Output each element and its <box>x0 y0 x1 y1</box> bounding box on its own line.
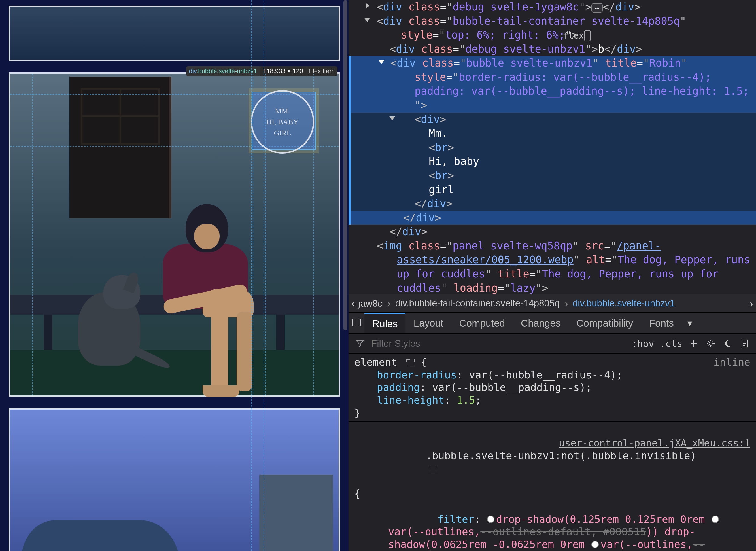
plus-icon[interactable] <box>688 338 699 349</box>
tab-changes[interactable]: Changes <box>513 314 568 333</box>
breadcrumb-mid[interactable]: div.bubble-tail-container.svelte-14p805q <box>395 298 560 309</box>
prop-name[interactable]: padding <box>377 382 420 393</box>
selected-dom-node[interactable]: <div class="bubble svelte-unbzv1" title=… <box>348 56 756 112</box>
page-preview[interactable]: div.bubble.svelte-unbzv1 118.933 × 120 F… <box>0 0 348 551</box>
svg-line-12 <box>713 341 714 342</box>
bushes <box>21 520 180 551</box>
svg-line-10 <box>713 346 714 346</box>
scrollbar[interactable] <box>343 0 347 331</box>
prop-name[interactable]: border-radius <box>377 369 457 381</box>
breadcrumb[interactable]: ‹ ȷaw8c › div.bubble-tail-container.svel… <box>348 294 756 312</box>
chevron-right-icon: › <box>563 297 570 310</box>
breadcrumb-active[interactable]: div.bubble.svelte-unbzv1 <box>573 298 675 309</box>
bubble-line-3: GIRL <box>274 129 291 137</box>
devtools: <div class="debug svelte-1ygaw8c">⋯</div… <box>348 0 756 551</box>
svg-line-9 <box>708 341 709 342</box>
prop-name[interactable]: filter <box>437 513 474 525</box>
tab-rules[interactable]: Rules <box>364 313 406 333</box>
flex-badge-icon[interactable] <box>406 360 415 366</box>
color-swatch[interactable] <box>712 516 719 523</box>
tabs-overflow-icon[interactable]: ▾ <box>682 318 698 329</box>
flex-badge-icon[interactable] <box>429 466 437 473</box>
tab-compatibility[interactable]: Compatibility <box>568 314 641 333</box>
breadcrumb-truncated[interactable]: ȷaw8c <box>358 298 382 309</box>
filter-styles-input[interactable] <box>371 338 456 349</box>
color-swatch[interactable] <box>591 541 599 548</box>
tab-fonts[interactable]: Fonts <box>641 314 682 333</box>
comic-panel-3 <box>8 408 340 551</box>
dog-pepper <box>58 275 157 383</box>
tab-layout[interactable]: Layout <box>406 314 451 333</box>
breadcrumb-scroll-right[interactable]: › <box>749 297 753 310</box>
rule-element[interactable]: inline element { border-radius: var(--bu… <box>348 354 756 422</box>
tooltip-classes: .bubble.svelte-unbzv1 <box>196 67 257 74</box>
dom-tree[interactable]: <div class="debug svelte-1ygaw8c">⋯</div… <box>348 0 756 294</box>
filter-row: :hov .cls <box>348 334 756 354</box>
toggle-sidebar-icon[interactable] <box>348 318 364 329</box>
rule-source-link[interactable]: user-control-panel.jXA_xMeu.css:1 <box>582 437 750 449</box>
bubble-line-2: HI, BABY <box>267 118 299 126</box>
speech-bubble: MM. HI, BABY GIRL <box>251 90 314 154</box>
prop-value[interactable]: 1.5 <box>457 394 475 406</box>
light-mode-icon[interactable] <box>705 338 716 349</box>
dom-text-hi: Hi, baby <box>429 155 479 167</box>
print-media-icon[interactable] <box>739 338 750 349</box>
prop-name[interactable]: line-height <box>377 394 444 406</box>
selected-dom-node-close[interactable]: </div> <box>348 211 756 225</box>
cls-toggle[interactable]: .cls <box>660 338 682 349</box>
comic-panel-2: div.bubble.svelte-unbzv1 118.933 × 120 F… <box>8 72 340 397</box>
chevron-right-icon: › <box>385 297 392 310</box>
dom-text-mm: Mm. <box>429 127 448 139</box>
dom-text-girl: girl <box>429 184 454 196</box>
svg-point-4 <box>709 342 712 345</box>
hov-toggle[interactable]: :hov <box>632 338 654 349</box>
tooltip-dimensions: 118.933 × 120 <box>260 66 306 76</box>
color-swatch[interactable] <box>487 516 495 523</box>
rule-selector: .bubble.svelte-unbzv1:not(.bubble.invisi… <box>426 450 696 461</box>
tooltip-badge: Flex Item <box>306 66 337 76</box>
dark-mode-icon[interactable] <box>722 338 733 349</box>
prop-value[interactable]: drop-shadow(0.125rem 0.125rem 0rem <box>496 513 705 525</box>
rule-source-inline: inline <box>714 356 750 369</box>
rule-selector: element <box>354 356 397 368</box>
rule-bubble-not-invisible[interactable]: user-control-panel.jXA_xMeu.css:1 .bubbl… <box>348 422 756 551</box>
inspector-tooltip: div.bubble.svelte-unbzv1 118.933 × 120 F… <box>186 66 337 76</box>
breadcrumb-scroll-left[interactable]: ‹ <box>351 297 355 310</box>
style-tabs: Rules Layout Computed Changes Compatibil… <box>348 312 756 334</box>
rules-panel[interactable]: inline element { border-radius: var(--bu… <box>348 354 756 551</box>
funnel-icon <box>354 338 365 349</box>
prop-value[interactable]: var(--bubble__padding--s) <box>432 382 586 393</box>
prop-value[interactable]: var(--bubble__radius--4) <box>469 369 616 381</box>
svg-line-11 <box>708 346 709 346</box>
comic-panel-1 <box>8 6 340 61</box>
flex-badge[interactable]: flex <box>584 30 591 41</box>
bubble-line-1: MM. <box>275 107 290 115</box>
tab-computed[interactable]: Computed <box>452 314 513 333</box>
tooltip-tag: div <box>189 67 197 74</box>
figure-robin <box>146 195 265 343</box>
svg-rect-0 <box>352 319 360 326</box>
door-window <box>81 88 160 144</box>
house <box>259 475 333 551</box>
